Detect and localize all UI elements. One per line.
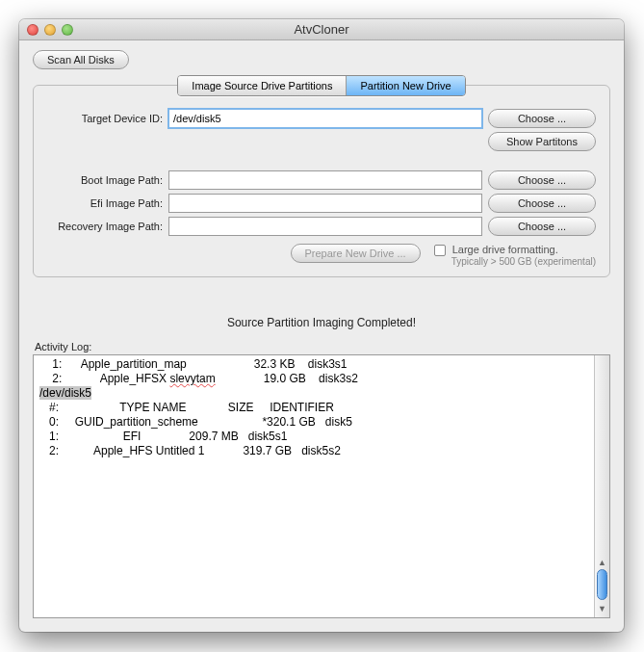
scroll-down-icon[interactable]: ▼	[595, 602, 609, 615]
efi-image-label: Efi Image Path:	[47, 197, 163, 209]
scroll-thumb[interactable]	[597, 569, 607, 600]
target-device-label: Target Device ID:	[47, 113, 163, 124]
show-partitions-button[interactable]: Show Partitons	[488, 132, 596, 151]
large-drive-block: Large drive formatting. Typically > 500 …	[434, 244, 596, 267]
tab-bar: Image Source Drive Partitions Partition …	[34, 75, 609, 96]
boot-image-label: Boot Image Path:	[47, 174, 163, 186]
tab-image-source[interactable]: Image Source Drive Partitions	[178, 76, 347, 95]
tab-partition-new[interactable]: Partition New Drive	[347, 76, 464, 95]
choose-target-button[interactable]: Choose ...	[488, 109, 596, 128]
choose-recovery-button[interactable]: Choose ...	[488, 217, 596, 236]
recovery-image-input[interactable]	[168, 217, 482, 236]
activity-log: 1: Apple_partition_map 32.3 KB disk3s1 2…	[33, 354, 610, 618]
status-message: Source Partition Imaging Completed!	[33, 316, 610, 329]
zoom-icon[interactable]	[62, 24, 73, 36]
scrollbar[interactable]: ▲ ▼	[594, 355, 609, 617]
large-drive-label: Large drive formatting.	[452, 244, 558, 255]
app-window: AtvCloner Scan All Disks Image Source Dr…	[19, 19, 624, 632]
minimize-icon[interactable]	[44, 24, 56, 36]
large-drive-checkbox[interactable]	[434, 245, 446, 256]
titlebar: AtvCloner	[19, 19, 624, 40]
window-controls	[19, 24, 73, 36]
choose-efi-button[interactable]: Choose ...	[488, 194, 596, 213]
activity-log-text[interactable]: 1: Apple_partition_map 32.3 KB disk3s1 2…	[39, 357, 590, 615]
choose-boot-button[interactable]: Choose ...	[488, 170, 596, 190]
recovery-image-label: Recovery Image Path:	[47, 221, 163, 232]
boot-image-input[interactable]	[168, 170, 482, 190]
window-content: Scan All Disks Image Source Drive Partit…	[19, 40, 624, 632]
scan-all-disks-button[interactable]: Scan All Disks	[33, 50, 129, 69]
window-title: AtvCloner	[19, 22, 624, 37]
close-icon[interactable]	[27, 24, 39, 36]
scroll-up-icon[interactable]: ▲	[595, 556, 609, 569]
efi-image-input[interactable]	[168, 194, 482, 213]
prepare-new-drive-button[interactable]: Prepare New Drive ...	[291, 244, 421, 263]
activity-log-label: Activity Log:	[35, 341, 610, 352]
main-panel: Image Source Drive Partitions Partition …	[33, 85, 610, 277]
large-drive-sublabel: Typically > 500 GB (experimental)	[451, 256, 596, 267]
target-device-input[interactable]	[168, 109, 482, 128]
